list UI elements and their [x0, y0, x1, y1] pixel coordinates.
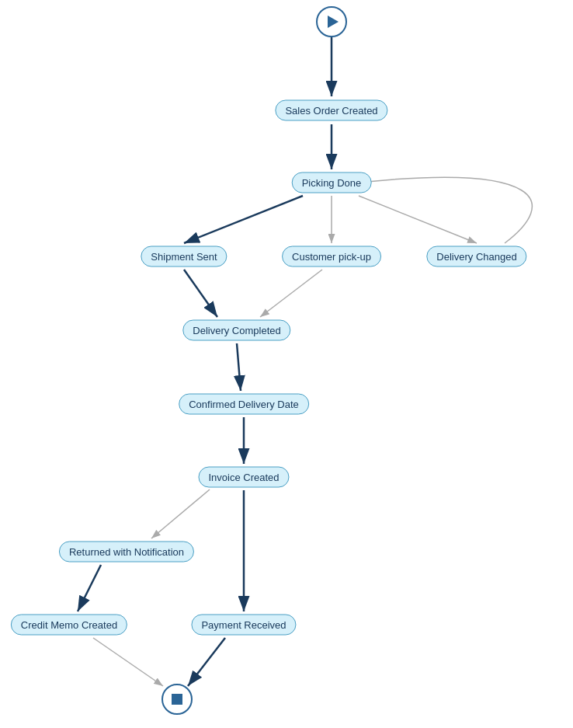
- payment-received-label: Payment Received: [201, 619, 286, 631]
- customer-pickup-label: Customer pick-up: [292, 251, 371, 263]
- credit-memo-created-label: Credit Memo Created: [21, 619, 117, 631]
- flow-diagram: Sales Order Created Picking Done Shipmen…: [0, 0, 573, 728]
- stop-icon: [172, 694, 182, 705]
- delivery-completed-node: Delivery Completed: [182, 320, 290, 341]
- delivery-changed-node: Delivery Changed: [426, 246, 526, 267]
- invoice-created-label: Invoice Created: [208, 472, 279, 483]
- confirmed-delivery-date-node: Confirmed Delivery Date: [179, 394, 309, 415]
- sales-order-created-node: Sales Order Created: [275, 100, 387, 121]
- sales-order-created-label: Sales Order Created: [285, 105, 377, 117]
- picking-done-node: Picking Done: [292, 172, 372, 193]
- delivery-changed-label: Delivery Changed: [436, 251, 516, 263]
- svg-line-5: [237, 343, 241, 391]
- end-node: [161, 684, 193, 715]
- payment-received-node: Payment Received: [191, 615, 296, 636]
- shipment-sent-label: Shipment Sent: [151, 251, 217, 263]
- start-node: [316, 6, 347, 37]
- delivery-completed-label: Delivery Completed: [193, 325, 280, 336]
- play-icon: [328, 16, 339, 28]
- returned-notification-node: Returned with Notification: [59, 542, 194, 563]
- customer-pickup-node: Customer pick-up: [282, 246, 381, 267]
- credit-memo-created-node: Credit Memo Created: [11, 615, 127, 636]
- invoice-created-node: Invoice Created: [198, 467, 289, 488]
- shipment-sent-node: Shipment Sent: [141, 246, 227, 267]
- picking-done-label: Picking Done: [302, 177, 362, 189]
- returned-notification-label: Returned with Notification: [69, 546, 184, 558]
- confirmed-delivery-date-label: Confirmed Delivery Date: [189, 399, 299, 410]
